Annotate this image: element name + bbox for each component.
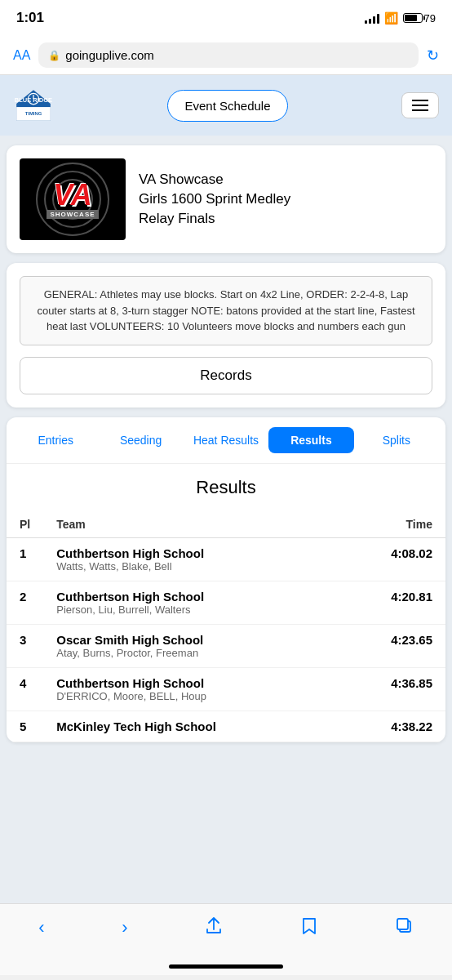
svg-rect-7 xyxy=(397,919,408,929)
result-time: 4:08.02 xyxy=(338,537,445,581)
result-team: Cuthbertson High SchoolPierson, Liu, Bur… xyxy=(43,581,338,624)
team-name: McKinley Tech High School xyxy=(56,719,325,733)
event-title: VA ShowcaseGirls 1600 Sprint MedleyRelay… xyxy=(139,170,432,228)
athlete-names: Watts, Watts, Blake, Bell xyxy=(56,560,325,572)
result-time: 4:36.85 xyxy=(338,667,445,710)
info-text: GENERAL: Athletes may use blocks. Start … xyxy=(33,287,419,335)
status-time: 1:01 xyxy=(16,10,44,26)
battery-indicator: 79 xyxy=(403,12,436,24)
result-team: Oscar Smith High SchoolAtay, Burns, Proc… xyxy=(43,624,338,667)
results-table: Pl Team Time 1Cuthbertson High SchoolWat… xyxy=(7,511,445,742)
team-name: Cuthbertson High School xyxy=(56,590,325,604)
result-team: McKinley Tech High School xyxy=(43,710,338,742)
info-box-container: GENERAL: Athletes may use blocks. Start … xyxy=(7,263,445,408)
team-name: Cuthbertson High School xyxy=(56,546,325,560)
team-name: Oscar Smith High School xyxy=(56,633,325,647)
table-row: 4Cuthbertson High SchoolD'ERRICO, Moore,… xyxy=(7,667,445,710)
hamburger-line xyxy=(412,100,428,101)
showcase-label: SHOWCASE xyxy=(47,210,98,219)
tabs-button[interactable] xyxy=(379,914,430,938)
tabs-bar: Entries Seeding Heat Results Results Spl… xyxy=(7,417,445,464)
team-name: Cuthbertson High School xyxy=(56,676,325,690)
event-logo: VA SHOWCASE xyxy=(20,158,126,240)
aa-button[interactable]: AA xyxy=(13,48,30,63)
bottom-nav: ‹ › xyxy=(0,903,452,975)
home-indicator xyxy=(169,964,283,969)
results-heading: Results xyxy=(7,464,445,511)
tab-splits[interactable]: Splits xyxy=(354,427,439,453)
site-header: BLUE RIDGE TIMING Event Schedule xyxy=(0,75,452,136)
col-team: Team xyxy=(43,511,338,538)
athlete-names: D'ERRICO, Moore, BELL, Houp xyxy=(56,690,325,702)
result-team: Cuthbertson High SchoolWatts, Watts, Bla… xyxy=(43,537,338,581)
tabs-section: Entries Seeding Heat Results Results Spl… xyxy=(7,417,445,742)
address-bar: AA 🔒 goinguplive.com ↻ xyxy=(0,36,452,75)
wifi-icon: 📶 xyxy=(384,11,398,24)
hamburger-line xyxy=(412,105,428,106)
bookmarks-button[interactable] xyxy=(284,914,335,938)
refresh-icon[interactable]: ↻ xyxy=(427,47,439,65)
event-schedule-button[interactable]: Event Schedule xyxy=(167,90,287,122)
hamburger-menu-button[interactable] xyxy=(401,92,439,118)
tab-seeding[interactable]: Seeding xyxy=(98,427,183,453)
result-place: 1 xyxy=(7,537,43,581)
athlete-names: Pierson, Liu, Burrell, Walters xyxy=(56,604,325,616)
result-time: 4:23.65 xyxy=(338,624,445,667)
lock-icon: 🔒 xyxy=(48,50,60,61)
event-card: VA SHOWCASE VA ShowcaseGirls 1600 Sprint… xyxy=(7,145,445,253)
athlete-names: Atay, Burns, Proctor, Freeman xyxy=(56,647,325,659)
result-place: 3 xyxy=(7,624,43,667)
table-row: 5McKinley Tech High School4:38.22 xyxy=(7,710,445,742)
main-content: BLUE RIDGE TIMING Event Schedule VA SHO xyxy=(0,75,452,903)
tab-heat-results[interactable]: Heat Results xyxy=(184,427,268,453)
status-bar: 1:01 📶 79 xyxy=(0,0,452,36)
results-content: Results Pl Team Time 1Cuthbertson High S… xyxy=(7,464,445,742)
logo-container: BLUE RIDGE TIMING xyxy=(13,85,54,126)
url-bar[interactable]: 🔒 goinguplive.com xyxy=(38,42,419,68)
share-button[interactable] xyxy=(188,914,239,938)
battery-level: 79 xyxy=(424,12,436,24)
battery-icon xyxy=(403,13,423,23)
records-button[interactable]: Records xyxy=(20,357,432,394)
info-box: GENERAL: Athletes may use blocks. Start … xyxy=(20,276,432,345)
va-showcase-logo-text: VA SHOWCASE xyxy=(47,180,98,219)
result-place: 2 xyxy=(7,581,43,624)
result-team: Cuthbertson High SchoolD'ERRICO, Moore, … xyxy=(43,667,338,710)
blue-ridge-timing-logo: BLUE RIDGE TIMING xyxy=(13,85,54,126)
table-row: 3Oscar Smith High SchoolAtay, Burns, Pro… xyxy=(7,624,445,667)
tab-entries[interactable]: Entries xyxy=(13,427,98,453)
result-time: 4:38.22 xyxy=(338,710,445,742)
result-place: 4 xyxy=(7,667,43,710)
hamburger-line xyxy=(412,109,428,111)
table-row: 1Cuthbertson High SchoolWatts, Watts, Bl… xyxy=(7,537,445,581)
tab-results[interactable]: Results xyxy=(268,427,353,453)
url-text: goinguplive.com xyxy=(65,48,153,62)
back-button[interactable]: ‹ xyxy=(22,914,60,942)
col-place: Pl xyxy=(7,511,43,538)
status-icons: 📶 79 xyxy=(365,11,436,24)
event-info: VA ShowcaseGirls 1600 Sprint MedleyRelay… xyxy=(139,170,432,228)
result-place: 5 xyxy=(7,710,43,742)
va-letters: VA xyxy=(47,180,98,210)
svg-text:TIMING: TIMING xyxy=(25,111,42,116)
result-time: 4:20.81 xyxy=(338,581,445,624)
table-row: 2Cuthbertson High SchoolPierson, Liu, Bu… xyxy=(7,581,445,624)
signal-icon xyxy=(365,12,379,24)
col-time: Time xyxy=(338,511,445,538)
forward-button[interactable]: › xyxy=(105,914,144,942)
